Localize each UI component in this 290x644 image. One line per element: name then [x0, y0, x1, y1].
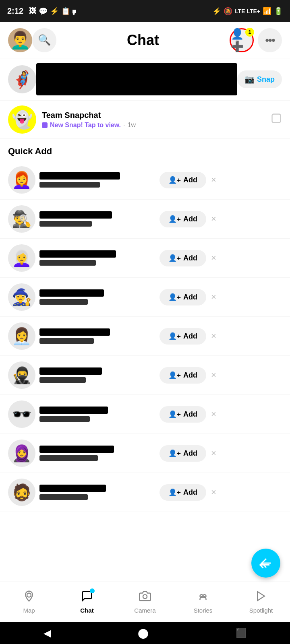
nav-chat[interactable]: Chat: [58, 590, 116, 614]
add-label-3: Add: [183, 254, 197, 262]
quick-add-item[interactable]: 🥷 👤+ Add ×: [0, 356, 290, 395]
add-label-5: Add: [183, 332, 197, 341]
qa-actions-1: 👤+ Add ×: [160, 172, 216, 188]
back-button[interactable]: ◀: [44, 627, 51, 639]
dismiss-button-5[interactable]: ×: [211, 332, 216, 341]
lte-icon: LTE LTE+: [235, 8, 260, 14]
dismiss-button-2[interactable]: ×: [211, 215, 216, 223]
dismiss-button-8[interactable]: ×: [211, 449, 216, 458]
search-button[interactable]: 🔍: [32, 28, 56, 52]
map-label: Map: [23, 607, 35, 614]
quick-add-item[interactable]: 🧕 👤+ Add ×: [0, 434, 290, 473]
snap-button[interactable]: 📷 Snap: [237, 70, 282, 88]
add-button-8[interactable]: 👤+ Add: [160, 445, 206, 462]
new-snap-indicator: [42, 122, 48, 128]
quick-add-item[interactable]: 🕶️ 👤+ Add ×: [0, 395, 290, 434]
messenger-icon: ⚡: [50, 7, 59, 16]
quick-add-item[interactable]: 🧙‍♀️ 👤+ Add ×: [0, 278, 290, 317]
friend-avatar: 🦸‍♀️: [8, 65, 36, 93]
qa-actions-6: 👤+ Add ×: [160, 367, 216, 384]
dismiss-button-7[interactable]: ×: [211, 410, 216, 419]
add-label-4: Add: [183, 293, 197, 301]
status-bar: 2:12 🖼 💬 ⚡ 📋 • ⚡ 🔕 LTE LTE+ 📶 🔋: [0, 0, 290, 22]
camera-icon: 📷: [244, 74, 255, 84]
dismiss-button-4[interactable]: ×: [211, 293, 216, 301]
quick-add-header: Quick Add: [0, 139, 290, 161]
ellipsis-icon: •••: [265, 34, 274, 47]
team-snapchat-info: Team Snapchat New Snap! Tap to view. · 1…: [42, 111, 267, 129]
nav-spotlight[interactable]: Spotlight: [232, 590, 290, 614]
quick-add-item[interactable]: 👩‍💼 👤+ Add ×: [0, 317, 290, 356]
scroll-area: 🦸‍♀️ 📷 Snap 👻 Team Snapchat New Snap! Ta…: [0, 58, 290, 582]
add-friend-button[interactable]: 👤➕ 1: [230, 28, 254, 52]
header: 👨‍🦱 🔍 Chat 👤➕ 1 •••: [0, 22, 290, 58]
chat-label: Chat: [80, 607, 93, 614]
bluetooth-icon: ⚡: [212, 7, 221, 16]
dot-indicator: •: [72, 10, 76, 13]
snap-preview-text: New Snap! Tap to view.: [50, 122, 121, 129]
qa-actions-9: 👤+ Add ×: [160, 484, 216, 501]
fab-button[interactable]: [251, 549, 280, 578]
add-button-7[interactable]: 👤+ Add: [160, 406, 206, 423]
qa-redacted-7: [39, 407, 156, 422]
qa-avatar-5: 👩‍💼: [8, 322, 35, 350]
qa-redacted-8: [39, 446, 156, 461]
redacted-content: [36, 63, 237, 95]
qa-avatar-3: 👩‍🦳: [8, 244, 35, 272]
dismiss-button-6[interactable]: ×: [211, 371, 216, 380]
quick-add-item[interactable]: 👩‍🦳 👤+ Add ×: [0, 239, 290, 278]
qa-redacted-3: [39, 250, 156, 266]
add-button-2[interactable]: 👤+ Add: [160, 211, 206, 227]
quick-add-item[interactable]: 🧔 👤+ Add ×: [0, 473, 290, 512]
signal-icon: 📶: [263, 7, 271, 16]
home-button[interactable]: ⬤: [138, 627, 149, 639]
dismiss-button-3[interactable]: ×: [211, 254, 216, 262]
message-icon: 💬: [39, 7, 48, 16]
page-title: Chat: [56, 32, 230, 49]
add-button-9[interactable]: 👤+ Add: [160, 484, 206, 501]
team-snapchat-item[interactable]: 👻 Team Snapchat New Snap! Tap to view. ·…: [0, 101, 290, 139]
add-button-3[interactable]: 👤+ Add: [160, 250, 206, 266]
qa-avatar-8: 🧕: [8, 440, 35, 467]
quick-add-item[interactable]: 👩‍🦰 👤+ Add ×: [0, 161, 290, 200]
add-label-1: Add: [183, 176, 197, 184]
nav-map[interactable]: Map: [0, 590, 58, 614]
qa-redacted-9: [39, 485, 156, 500]
add-person-icon-3: 👤+: [168, 254, 181, 262]
camera-label: Camera: [134, 607, 155, 614]
status-bar-left: 2:12 🖼 💬 ⚡ 📋 •: [7, 6, 76, 16]
qa-actions-3: 👤+ Add ×: [160, 250, 216, 266]
snap-time: 1w: [127, 122, 135, 129]
search-icon: 🔍: [38, 34, 51, 46]
camera-nav-icon: [139, 590, 151, 605]
qa-redacted-4: [39, 289, 156, 305]
quick-add-item[interactable]: 🕵️‍♂️ 👤+ Add ×: [0, 200, 290, 239]
svg-point-1: [27, 593, 31, 597]
add-button-1[interactable]: 👤+ Add: [160, 172, 206, 188]
photo-icon: 🖼: [29, 7, 36, 15]
chat-item[interactable]: 🦸‍♀️ 📷 Snap: [0, 58, 290, 101]
dismiss-button-9[interactable]: ×: [211, 488, 216, 497]
nav-stories[interactable]: Stories: [174, 590, 232, 614]
add-label-2: Add: [183, 215, 197, 223]
nav-camera[interactable]: Camera: [116, 590, 174, 614]
add-label-6: Add: [183, 371, 197, 380]
bottom-nav: Map Chat Camera Stories: [0, 582, 290, 622]
team-snapchat-avatar: 👻: [8, 105, 36, 134]
add-button-6[interactable]: 👤+ Add: [160, 367, 206, 384]
add-label-9: Add: [183, 488, 197, 497]
add-button-5[interactable]: 👤+ Add: [160, 328, 206, 345]
more-options-button[interactable]: •••: [258, 28, 282, 52]
add-button-4[interactable]: 👤+ Add: [160, 289, 206, 305]
qa-redacted-2: [39, 211, 156, 227]
chat-icon: [81, 590, 93, 605]
add-label-7: Add: [183, 410, 197, 419]
android-nav-bar: ◀ ⬤ ⬛: [0, 622, 290, 644]
dismiss-button-1[interactable]: ×: [211, 175, 216, 184]
add-person-icon-4: 👤+: [168, 293, 181, 301]
spotlight-icon: [255, 590, 267, 605]
add-person-icon-1: 👤+: [168, 176, 181, 184]
recents-button[interactable]: ⬛: [236, 628, 246, 638]
qa-actions-2: 👤+ Add ×: [160, 211, 216, 227]
user-avatar[interactable]: 👨‍🦱: [8, 28, 32, 52]
